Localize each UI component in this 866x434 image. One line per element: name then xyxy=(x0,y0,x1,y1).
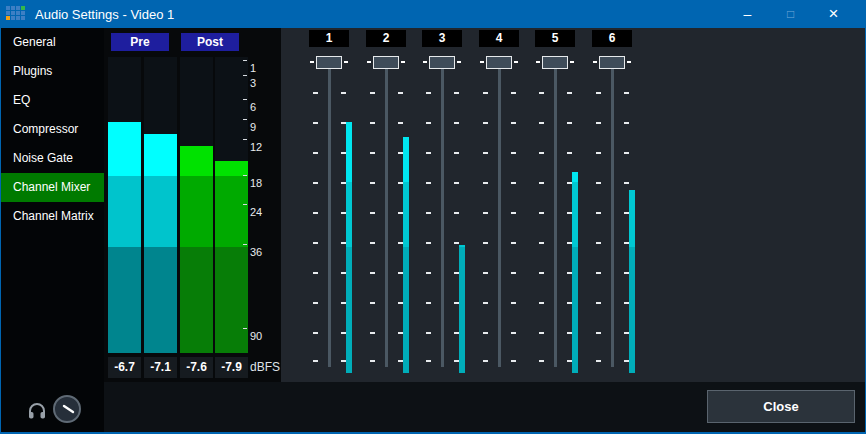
sidebar-item-compressor[interactable]: Compressor xyxy=(1,115,104,144)
monitor-controls xyxy=(27,395,87,427)
channel-level-meter xyxy=(346,122,352,373)
volume-slider-handle[interactable] xyxy=(316,56,342,69)
tick-mark xyxy=(596,122,601,124)
sidebar-item-noise-gate[interactable]: Noise Gate xyxy=(1,144,104,173)
slider-track[interactable] xyxy=(611,68,614,367)
meter-level-bar xyxy=(215,161,248,353)
close-button[interactable]: Close xyxy=(707,390,855,423)
scale-label: 9 xyxy=(250,120,256,134)
logo-square xyxy=(6,11,10,15)
tick-mark xyxy=(483,272,488,274)
slider-track[interactable] xyxy=(385,68,388,367)
volume-slider-handle[interactable] xyxy=(429,56,455,69)
tick-mark xyxy=(370,332,375,334)
slider-track[interactable] xyxy=(328,68,331,367)
meter-value: -6.7 xyxy=(108,357,141,378)
tick-mark xyxy=(539,302,544,304)
sidebar-item-eq[interactable]: EQ xyxy=(1,86,104,115)
tick-mark xyxy=(426,152,431,154)
tick-mark xyxy=(567,92,572,94)
tick-mark xyxy=(567,122,572,124)
tick-mark xyxy=(596,152,601,154)
monitor-volume-knob[interactable] xyxy=(53,395,81,423)
post-button[interactable]: Post xyxy=(181,33,239,51)
logo-square xyxy=(16,11,20,15)
tick-mark xyxy=(539,360,544,362)
meter-level-bar xyxy=(180,146,213,353)
handle-dash xyxy=(344,61,348,63)
tick-mark xyxy=(426,212,431,214)
sidebar: GeneralPluginsEQCompressorNoise GateChan… xyxy=(1,28,104,432)
tick-mark xyxy=(539,182,544,184)
sidebar-item-channel-mixer[interactable]: Channel Mixer xyxy=(1,173,104,202)
scale-tick xyxy=(243,119,247,120)
tick-mark xyxy=(370,360,375,362)
volume-slider-handle[interactable] xyxy=(542,56,568,69)
handle-dash xyxy=(536,61,540,63)
channel-label-2: 2 xyxy=(366,30,406,47)
tick-mark xyxy=(511,92,516,94)
tick-mark xyxy=(624,92,629,94)
sidebar-item-general[interactable]: General xyxy=(1,28,104,57)
tick-mark xyxy=(511,152,516,154)
slider-track[interactable] xyxy=(498,68,501,367)
scale-tick xyxy=(243,75,247,76)
tick-mark xyxy=(624,152,629,154)
handle-dash xyxy=(367,61,371,63)
tick-mark xyxy=(596,182,601,184)
tick-mark xyxy=(539,332,544,334)
tick-mark xyxy=(596,92,601,94)
volume-slider-handle[interactable] xyxy=(373,56,399,69)
tick-mark xyxy=(370,182,375,184)
meter-panel: Pre Post dBFS -6.7-7.1-7.6-7.91369121824… xyxy=(104,28,281,382)
channel-label-1: 1 xyxy=(309,30,349,47)
window-controls: – □ × xyxy=(726,0,855,28)
logo-square xyxy=(16,16,20,20)
sidebar-item-plugins[interactable]: Plugins xyxy=(1,57,104,86)
sidebar-item-channel-matrix[interactable]: Channel Matrix xyxy=(1,202,104,231)
meter-column-post xyxy=(180,57,213,353)
pre-button[interactable]: Pre xyxy=(111,33,169,51)
handle-dash xyxy=(593,61,597,63)
tick-mark xyxy=(624,182,629,184)
minimize-button[interactable]: – xyxy=(726,0,769,28)
tick-mark xyxy=(313,122,318,124)
tick-mark xyxy=(313,242,318,244)
handle-dash xyxy=(570,61,574,63)
scale-tick xyxy=(243,99,247,100)
handle-dash xyxy=(423,61,427,63)
tick-mark xyxy=(426,360,431,362)
scale-label: 12 xyxy=(250,140,262,154)
tick-mark xyxy=(398,122,403,124)
tick-mark xyxy=(539,212,544,214)
tick-mark xyxy=(483,152,488,154)
tick-mark xyxy=(596,302,601,304)
close-window-button[interactable]: × xyxy=(812,0,855,28)
tick-mark xyxy=(454,152,459,154)
handle-dash xyxy=(310,61,314,63)
titlebar: Audio Settings - Video 1 – □ × xyxy=(1,0,865,28)
tick-mark xyxy=(539,242,544,244)
logo-square xyxy=(21,6,25,10)
tick-mark xyxy=(313,360,318,362)
tick-mark xyxy=(483,360,488,362)
headphones-icon[interactable] xyxy=(27,401,47,421)
tick-mark xyxy=(596,242,601,244)
maximize-button[interactable]: □ xyxy=(769,0,812,28)
volume-slider-handle[interactable] xyxy=(599,56,625,69)
logo-square xyxy=(6,6,10,10)
knob-indicator-icon xyxy=(55,397,79,421)
channel-label-5: 5 xyxy=(535,30,575,47)
slider-track[interactable] xyxy=(441,68,444,367)
volume-slider-handle[interactable] xyxy=(486,56,512,69)
tick-mark xyxy=(370,302,375,304)
tick-mark xyxy=(313,212,318,214)
tick-mark xyxy=(426,302,431,304)
slider-track[interactable] xyxy=(554,68,557,367)
scale-label: 18 xyxy=(250,176,262,190)
audio-settings-window: Audio Settings - Video 1 – □ × GeneralPl… xyxy=(0,0,866,434)
tick-mark xyxy=(539,92,544,94)
tick-mark xyxy=(370,212,375,214)
tick-mark xyxy=(539,122,544,124)
tick-mark xyxy=(539,272,544,274)
